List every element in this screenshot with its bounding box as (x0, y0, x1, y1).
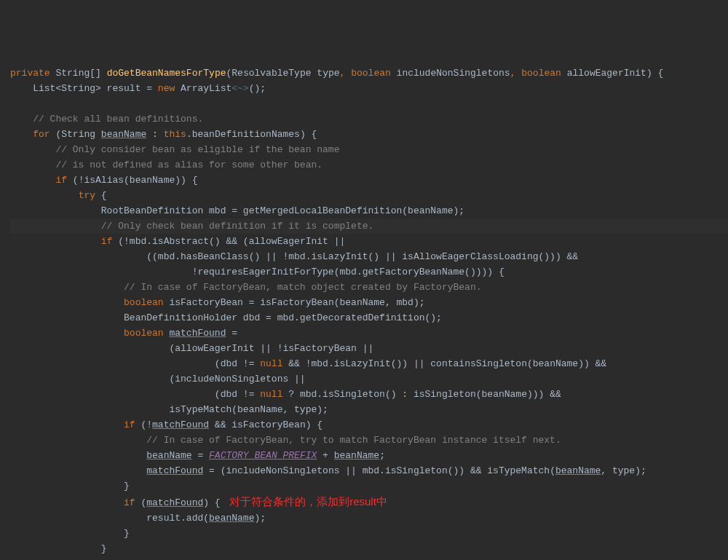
code-line: // Check all bean definitions. (10, 114, 203, 125)
code-line: for (String beanName : this.beanDefiniti… (10, 129, 317, 140)
code-line: (includeNonSingletons || (10, 374, 306, 384)
code-line-highlighted: // Only check bean definition if it is c… (10, 218, 728, 234)
annotation-text: 对于符合条件的，添加到result中 (221, 495, 387, 508)
code-line: (allowEagerInit || !isFactoryBean || (10, 343, 373, 354)
code-line: } (10, 481, 130, 492)
code-line: boolean matchFound = (10, 328, 237, 339)
code-line: } (10, 528, 130, 539)
code-line: (dbd != null ? mbd.isSingleton() : isSin… (10, 389, 561, 400)
code-line: try { (10, 190, 107, 201)
code-line: (dbd != null && !mbd.isLazyInit()) || co… (10, 358, 606, 369)
code-line: if (!matchFound && isFactoryBean) { (10, 419, 323, 430)
code-editor[interactable]: private String[] doGetBeanNamesForType(R… (0, 61, 728, 560)
code-line: !requiresEagerInitForType(mbd.getFactory… (10, 267, 505, 277)
code-line: // Only consider bean as eligible if the… (10, 144, 339, 155)
code-line: private String[] doGetBeanNamesForType(R… (10, 68, 663, 79)
code-line: RootBeanDefinition mbd = getMergedLocalB… (10, 205, 464, 216)
code-line: // In case of FactoryBean, try to match … (10, 435, 561, 446)
code-line: List<String> result = new ArrayList<~>()… (10, 83, 266, 94)
code-line: result.add(beanName); (10, 513, 266, 524)
code-line: if (!mbd.isAbstract() && (allowEagerInit… (10, 236, 345, 247)
code-line: isTypeMatch(beanName, type); (10, 404, 328, 415)
code-line: // is not defined as alias for some othe… (10, 159, 323, 170)
code-line: beanName = FACTORY_BEAN_PREFIX + beanNam… (10, 450, 385, 461)
code-line: } (10, 543, 107, 554)
code-line: matchFound = (includeNonSingletons || mb… (10, 465, 646, 476)
code-line: BeanDefinitionHolder dbd = mbd.getDecora… (10, 312, 442, 323)
code-line: boolean isFactoryBean = isFactoryBean(be… (10, 297, 425, 308)
code-line: // In case of FactoryBean, match object … (10, 282, 482, 293)
code-line: if (!isAlias(beanName)) { (10, 175, 197, 186)
code-line: ((mbd.hasBeanClass() || !mbd.isLazyInit(… (10, 251, 578, 262)
code-line: if (matchFound) { 对于符合条件的，添加到result中 (10, 497, 387, 508)
